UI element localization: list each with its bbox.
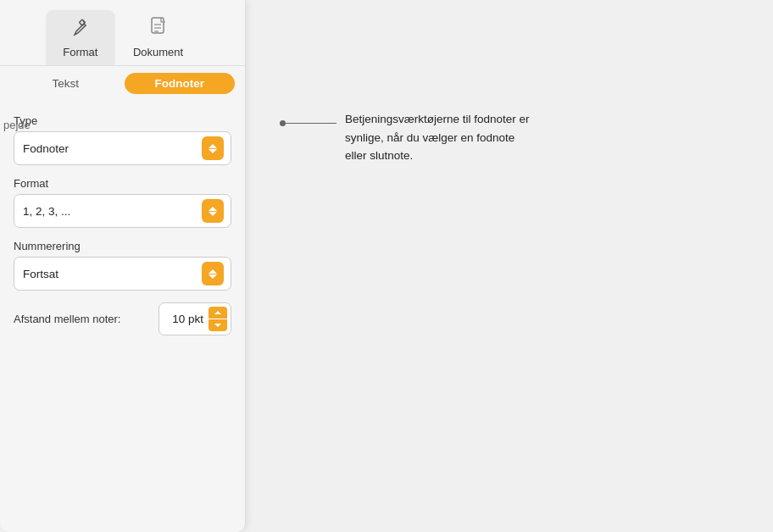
tab-dokument-label: Dokument xyxy=(133,46,183,58)
nummerering-arrow-up-icon xyxy=(209,269,217,274)
tab-dokument[interactable]: Dokument xyxy=(118,10,198,65)
nummerering-select[interactable]: Fortsat xyxy=(14,257,231,291)
spacing-input[interactable]: 10 pkt xyxy=(158,302,231,335)
type-select[interactable]: Fodnoter xyxy=(14,131,231,165)
spacing-up-arrow-icon xyxy=(214,311,221,314)
left-edge-label: pejde xyxy=(0,119,31,131)
tab-format[interactable]: Format xyxy=(47,10,114,65)
nummerering-value: Fortsat xyxy=(23,268,202,280)
format-arrow-up-icon xyxy=(209,207,217,211)
svg-rect-1 xyxy=(152,18,164,33)
type-value: Fodnoter xyxy=(23,142,202,155)
nummerering-stepper[interactable] xyxy=(202,262,224,285)
nummerering-label: Nummerering xyxy=(14,240,231,252)
format-panel: Format Dokument Tekst Fodnoter xyxy=(0,0,246,532)
callout-box: Betjeningsværktøjerne til fodnoter er sy… xyxy=(280,110,531,165)
nummerering-arrow-down-icon xyxy=(209,274,217,279)
spacing-value: 10 pkt xyxy=(168,313,203,325)
subtab-fodnoter[interactable]: Fodnoter xyxy=(125,73,236,94)
format-arrow-down-icon xyxy=(209,212,217,216)
format-field-group: Format 1, 2, 3, ... xyxy=(14,177,231,228)
type-arrow-up-icon xyxy=(209,144,217,148)
tab-format-label: Format xyxy=(63,46,97,58)
type-arrow-down-icon xyxy=(209,149,217,153)
type-label: Type xyxy=(14,114,231,127)
dokument-icon xyxy=(149,17,168,42)
spacing-label: Afstand mellem noter: xyxy=(14,313,150,325)
format-label: Format xyxy=(14,177,231,190)
subtab-tekst[interactable]: Tekst xyxy=(10,73,121,94)
spacing-up-button[interactable] xyxy=(209,307,227,319)
spacing-row: Afstand mellem noter: 10 pkt xyxy=(14,302,231,335)
sub-tabs: Tekst Fodnoter xyxy=(0,66,245,101)
right-area: Betjeningsværktøjerne til fodnoter er sy… xyxy=(246,0,773,532)
toolbar-tabs: Format Dokument xyxy=(0,0,245,65)
spacing-down-arrow-icon xyxy=(214,324,221,327)
type-field-group: Type Fodnoter xyxy=(14,114,231,165)
spacing-stepper xyxy=(209,307,227,331)
callout-line xyxy=(280,120,336,126)
format-stepper[interactable] xyxy=(202,199,224,223)
panel-content: Type Fodnoter Format 1, 2, 3, ... xyxy=(0,101,245,349)
nummerering-field-group: Nummerering Fortsat xyxy=(14,240,231,291)
format-select[interactable]: 1, 2, 3, ... xyxy=(14,194,231,228)
spacing-down-button[interactable] xyxy=(209,319,227,331)
callout-connector xyxy=(286,123,336,124)
callout-dot-icon xyxy=(280,120,286,126)
format-value: 1, 2, 3, ... xyxy=(23,205,202,218)
callout-text: Betjeningsværktøjerne til fodnoter er sy… xyxy=(345,110,531,165)
type-stepper[interactable] xyxy=(202,136,224,160)
format-icon xyxy=(70,17,91,42)
